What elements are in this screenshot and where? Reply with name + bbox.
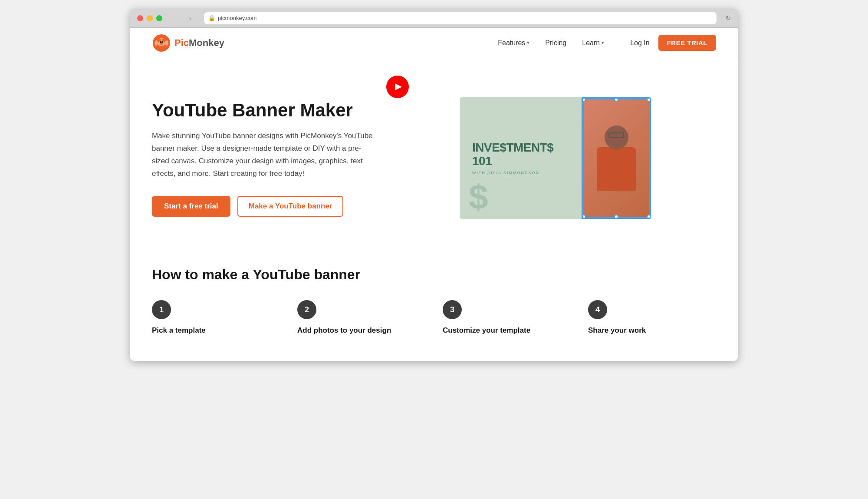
hero-description: Make stunning YouTube banner designs wit… bbox=[152, 130, 378, 180]
hero-section: YouTube Banner Maker Make stunning YouTu… bbox=[130, 58, 738, 249]
how-to-section: How to make a YouTube banner 1 Pick a te… bbox=[130, 249, 738, 361]
step-1: 1 Pick a template bbox=[152, 300, 280, 335]
logo[interactable]: PicMonkey bbox=[152, 33, 224, 53]
steps-row: 1 Pick a template 2 Add photos to your d… bbox=[152, 300, 716, 335]
address-bar[interactable]: 🔒 picmonkey.com bbox=[204, 12, 717, 24]
features-chevron: ▾ bbox=[527, 40, 529, 46]
svg-point-8 bbox=[155, 40, 158, 46]
browser-nav: ‹ › bbox=[171, 13, 195, 23]
nav-links: Features ▾ Pricing Learn ▾ bbox=[498, 39, 604, 47]
step-2-label: Add photos to your design bbox=[297, 326, 425, 335]
step-1-number: 1 bbox=[152, 300, 171, 319]
free-trial-button[interactable]: FREE TRIAL bbox=[658, 35, 716, 51]
logo-text: PicMonkey bbox=[174, 37, 224, 49]
start-free-trial-button[interactable]: Start a free trial bbox=[152, 196, 230, 217]
browser-actions: ↻ bbox=[725, 14, 731, 22]
maximize-button[interactable] bbox=[156, 15, 162, 21]
pricing-label: Pricing bbox=[545, 39, 566, 47]
step-4: 4 Share your work bbox=[588, 300, 716, 335]
url-text: picmonkey.com bbox=[218, 15, 256, 21]
step-4-number: 4 bbox=[588, 300, 607, 319]
person-glasses bbox=[608, 132, 624, 138]
back-button[interactable]: ‹ bbox=[171, 13, 181, 23]
step-1-label: Pick a template bbox=[152, 326, 280, 335]
hero-left: YouTube Banner Maker Make stunning YouTu… bbox=[152, 99, 378, 217]
page-content: PicMonkey Features ▾ Pricing Learn ▾ Log… bbox=[130, 28, 738, 361]
step-2: 2 Add photos to your design bbox=[297, 300, 425, 335]
svg-point-9 bbox=[165, 40, 168, 46]
make-youtube-banner-button[interactable]: Make a YouTube banner bbox=[237, 196, 344, 217]
step-2-number: 2 bbox=[297, 300, 316, 319]
close-button[interactable] bbox=[137, 15, 143, 21]
nav-right: Log In FREE TRIAL bbox=[630, 35, 716, 51]
nav-pricing[interactable]: Pricing bbox=[545, 39, 566, 47]
banner-background: $ INVE$TMENT$ 101 WITH AISIA SIMMONDSON bbox=[460, 97, 651, 219]
hero-buttons: Start a free trial Make a YouTube banner bbox=[152, 196, 378, 217]
hero-right: $ INVE$TMENT$ 101 WITH AISIA SIMMONDSON bbox=[395, 84, 716, 232]
how-to-title: How to make a YouTube banner bbox=[152, 267, 716, 283]
hero-title: YouTube Banner Maker bbox=[152, 99, 378, 121]
step-3: 3 Customize your template bbox=[443, 300, 571, 335]
svg-point-7 bbox=[160, 43, 163, 45]
learn-chevron: ▾ bbox=[602, 40, 604, 46]
svg-point-5 bbox=[160, 41, 161, 43]
forward-button[interactable]: › bbox=[185, 13, 195, 23]
security-icon: 🔒 bbox=[208, 15, 215, 21]
step-4-label: Share your work bbox=[588, 326, 716, 335]
banner-channel-subtitle: WITH AISIA SIMMONDSON bbox=[472, 171, 569, 175]
browser-titlebar: ‹ › 🔒 picmonkey.com ↻ bbox=[130, 9, 738, 28]
person-head bbox=[605, 126, 628, 149]
person-body bbox=[597, 147, 636, 191]
step-3-number: 3 bbox=[443, 300, 462, 319]
features-label: Features bbox=[498, 39, 525, 47]
login-button[interactable]: Log In bbox=[630, 39, 649, 47]
learn-label: Learn bbox=[582, 39, 600, 47]
nav-learn[interactable]: Learn ▾ bbox=[582, 39, 604, 47]
step-3-label: Customize your template bbox=[443, 326, 571, 335]
reload-icon[interactable]: ↻ bbox=[725, 14, 731, 22]
banner-person-image bbox=[582, 97, 651, 219]
banner-dollar-sign: $ bbox=[469, 180, 488, 215]
logo-icon bbox=[152, 33, 171, 53]
play-icon bbox=[395, 83, 402, 90]
banner-channel-name: INVE$TMENT$ 101 bbox=[472, 141, 569, 168]
person-silhouette bbox=[583, 99, 650, 218]
nav-features[interactable]: Features ▾ bbox=[498, 39, 529, 47]
minimize-button[interactable] bbox=[147, 15, 153, 21]
banner-text-area: $ INVE$TMENT$ 101 WITH AISIA SIMMONDSON bbox=[460, 131, 582, 185]
navbar: PicMonkey Features ▾ Pricing Learn ▾ Log… bbox=[130, 28, 738, 58]
youtube-icon bbox=[386, 76, 409, 98]
svg-point-6 bbox=[161, 41, 163, 43]
banner-preview: $ INVE$TMENT$ 101 WITH AISIA SIMMONDSON bbox=[460, 97, 651, 219]
